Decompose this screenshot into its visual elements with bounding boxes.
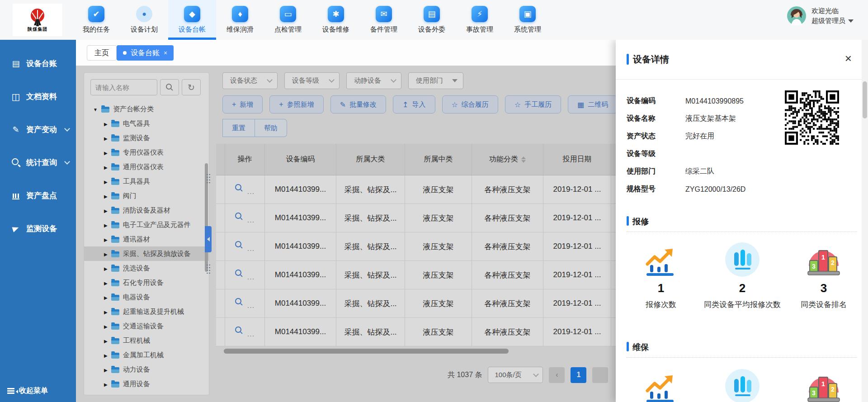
toolbar-button[interactable]: ▦ 二维码 — [568, 95, 618, 114]
tree-node[interactable]: 电气器具 — [84, 116, 209, 131]
toolbar-button[interactable]: + 参照新增 — [269, 95, 323, 114]
caret-right-icon[interactable] — [104, 192, 108, 200]
toolbar-button[interactable]: + 新增 — [222, 95, 263, 114]
tree-search-input[interactable] — [90, 79, 157, 95]
tree-collapse-arrow[interactable] — [205, 226, 212, 252]
row-more-actions[interactable]: ... — [247, 188, 255, 196]
tab-close-icon[interactable]: × — [164, 49, 167, 57]
splitter-drag-handle[interactable] — [206, 173, 211, 185]
row-view-icon[interactable] — [235, 213, 243, 220]
caret-right-icon[interactable] — [104, 351, 108, 359]
caret-right-icon[interactable] — [104, 279, 108, 287]
tree-node[interactable]: 监测设备 — [84, 131, 209, 145]
row-view-icon[interactable] — [235, 270, 243, 277]
toolbar-button[interactable]: ☆ 手工履历 — [505, 95, 561, 114]
caret-right-icon[interactable] — [104, 307, 108, 316]
tree-node[interactable]: 通用仪器仪表 — [84, 160, 209, 174]
user-menu[interactable]: 欢迎光临 超级管理员 — [787, 6, 854, 25]
sidebar-item[interactable]: 设备台账 — [0, 47, 76, 80]
sidebar-item[interactable]: 资产盘点 — [0, 179, 76, 212]
sidebar-item[interactable]: 文档资料 — [0, 80, 76, 113]
top-nav-item[interactable]: ✉ 备件管理 — [360, 0, 408, 40]
row-view-icon[interactable] — [235, 326, 243, 334]
table-horizontal-scrollbar[interactable] — [224, 349, 509, 354]
tree-node[interactable]: 金属加工机械 — [84, 348, 209, 362]
splitter-drag-handle[interactable] — [206, 264, 211, 275]
row-more-actions[interactable]: ... — [247, 216, 255, 224]
tab-home[interactable]: 主页 — [87, 45, 117, 61]
caret-right-icon[interactable] — [104, 119, 108, 128]
prev-page-button[interactable]: ‹ — [549, 367, 565, 383]
tree-node[interactable]: 石油化工通用设备 — [84, 391, 209, 395]
toolbar-secondary-button[interactable]: 帮助 — [255, 119, 287, 137]
sort-icon[interactable] — [521, 156, 526, 163]
page-scrollbar-thumb[interactable] — [863, 81, 867, 118]
row-more-actions[interactable]: ... — [247, 302, 255, 310]
tree-node[interactable]: 起重输送及提升机械 — [84, 304, 209, 319]
tree-node[interactable]: 专用仪器仪表 — [84, 145, 209, 160]
tree-refresh-button[interactable]: ↻ — [182, 79, 201, 95]
tree-node[interactable]: 电器设备 — [84, 290, 209, 304]
filter-select[interactable]: 使用部门 — [408, 72, 463, 89]
filter-select[interactable]: 设备等级 — [284, 72, 340, 89]
top-nav-item[interactable]: ▣ 系统管理 — [504, 0, 552, 40]
tree-node[interactable]: 工具器具 — [84, 174, 209, 189]
tree-node[interactable]: 消防设备及器材 — [84, 203, 209, 218]
caret-right-icon[interactable] — [104, 206, 108, 214]
caret-right-icon[interactable] — [104, 177, 108, 185]
toolbar-button[interactable]: ↥ 导入 — [393, 95, 435, 114]
toolbar-button[interactable]: ☆ 综合履历 — [442, 95, 498, 114]
caret-right-icon[interactable] — [104, 148, 108, 156]
col-function-class[interactable]: 功能分类 — [472, 144, 543, 175]
caret-right-icon[interactable] — [104, 163, 108, 171]
row-view-icon[interactable] — [235, 184, 243, 192]
tree-node[interactable]: 石化专用设备 — [84, 275, 209, 290]
caret-right-icon[interactable] — [104, 264, 108, 272]
user-dropdown-icon[interactable] — [848, 19, 854, 23]
caret-right-icon[interactable] — [104, 235, 108, 243]
tree-root-node[interactable]: 资产台帐分类 — [84, 102, 209, 116]
toolbar-button[interactable]: ✎ 批量修改 — [330, 95, 386, 114]
caret-right-icon[interactable] — [104, 134, 108, 142]
close-icon[interactable]: × — [845, 52, 852, 64]
caret-right-icon[interactable] — [104, 380, 108, 388]
row-more-actions[interactable]: ... — [247, 245, 255, 253]
top-nav-item[interactable]: ▭ 点检管理 — [264, 0, 312, 40]
caret-right-icon[interactable] — [104, 250, 108, 258]
tab-equipment-ledger[interactable]: 设备台账 × — [117, 45, 174, 61]
sidebar-item[interactable]: 统计查询 — [0, 146, 76, 179]
tree-node[interactable]: 交通运输设备 — [84, 319, 209, 333]
caret-down-icon[interactable] — [93, 105, 98, 113]
caret-right-icon[interactable] — [104, 365, 108, 374]
sidebar-item[interactable]: 监测设备 — [0, 212, 76, 245]
top-nav-item[interactable]: ◆ 设备台帐 — [168, 0, 216, 40]
tree-node[interactable]: 工程机械 — [84, 333, 209, 348]
tree-node[interactable]: 洗选设备 — [84, 261, 209, 275]
row-view-icon[interactable] — [235, 241, 243, 249]
caret-right-icon[interactable] — [104, 293, 108, 301]
tree-node[interactable]: 通用设备 — [84, 377, 209, 391]
sidebar-item[interactable]: 资产变动 — [0, 113, 76, 146]
next-page-button[interactable] — [592, 367, 608, 383]
page-scrollbar[interactable] — [862, 40, 868, 402]
tree-node[interactable]: 电子工业产品及元器件 — [84, 218, 209, 232]
top-nav-item[interactable]: ♦ 维保润滑 — [216, 0, 264, 40]
current-page-button[interactable]: 1 — [571, 367, 586, 383]
filter-select[interactable]: 动静设备 — [346, 72, 401, 89]
row-more-actions[interactable]: ... — [247, 330, 255, 338]
tree-node[interactable]: 采掘、钻探及抽放设备 — [84, 246, 209, 261]
top-nav-item[interactable]: ⚡ 事故管理 — [456, 0, 504, 40]
toolbar-secondary-button[interactable]: 重置 — [222, 119, 255, 137]
top-nav-item[interactable]: ▤ 设备外委 — [408, 0, 456, 40]
top-nav-item[interactable]: ● 设备计划 — [120, 0, 168, 40]
collapse-menu-button[interactable]: 收起菜单 — [7, 386, 48, 396]
tree-search-button[interactable] — [160, 79, 179, 95]
caret-right-icon[interactable] — [104, 336, 108, 345]
top-nav-item[interactable]: ✱ 设备维修 — [312, 0, 360, 40]
tree-node[interactable]: 通讯器材 — [84, 232, 209, 246]
caret-right-icon[interactable] — [104, 322, 108, 330]
tree-node[interactable]: 动力设备 — [84, 362, 209, 377]
caret-right-icon[interactable] — [104, 394, 108, 395]
filter-select[interactable]: 设备状态 — [222, 72, 278, 89]
top-nav-item[interactable]: ✔ 我的任务 — [72, 0, 120, 40]
